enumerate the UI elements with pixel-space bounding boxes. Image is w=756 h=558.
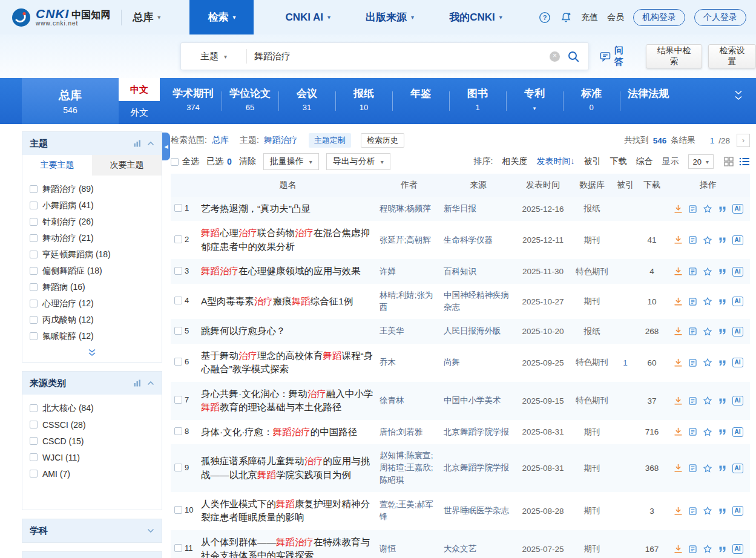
ai-icon[interactable]: AI (732, 327, 743, 336)
nav-search[interactable]: 检索▾ (189, 0, 254, 34)
db-tab-报纸[interactable]: 报纸10 (335, 78, 392, 124)
download-icon[interactable] (674, 464, 683, 473)
topic-filter-item[interactable]: 心理治疗 (12) (30, 295, 154, 312)
row-checkbox[interactable] (174, 327, 182, 335)
db-tab-total[interactable]: 总库 546 (22, 78, 119, 124)
topic-value-link[interactable]: 舞蹈治疗 (264, 135, 298, 146)
tab-secondary-topic[interactable]: 次要主题 (92, 155, 162, 176)
result-title-link[interactable]: 舞蹈心理治疗联合药物治疗在混合焦虑抑郁症患者中的效果分析 (201, 228, 370, 251)
result-cited-count[interactable] (613, 197, 637, 221)
source-filter-item[interactable]: CSSCI (28) (30, 416, 154, 433)
result-download-count[interactable]: 41 (637, 221, 666, 259)
ai-icon[interactable]: AI (732, 358, 743, 367)
html-read-icon[interactable] (688, 545, 697, 554)
html-read-icon[interactable] (688, 205, 697, 214)
source-filter-item[interactable]: 北大核心 (84) (30, 400, 154, 416)
subject-section-header[interactable]: 学科 (22, 519, 162, 542)
result-title-link[interactable]: 舞蹈治疗在心理健康领域的应用与效果 (201, 266, 361, 276)
row-checkbox[interactable] (174, 267, 182, 275)
search-settings-button[interactable]: 检索设置 (708, 44, 756, 68)
sort-overall[interactable]: 综合 (636, 156, 653, 167)
result-download-count[interactable]: 268 (637, 319, 666, 343)
nav-my-cnki[interactable]: 我的CNKI▾ (449, 10, 502, 24)
result-title-link[interactable]: 基于舞动治疗理念的高校体育舞蹈课程“身心融合”教学模式探索 (201, 350, 373, 374)
lang-tab-foreign[interactable]: 外文 (119, 101, 160, 124)
grid-view-icon[interactable] (724, 157, 734, 166)
checkbox[interactable] (30, 332, 38, 340)
result-source[interactable]: 百科知识 (441, 259, 515, 283)
result-source[interactable]: 人民日报海外版 (441, 319, 515, 343)
db-tab-年鉴[interactable]: 年鉴 (392, 78, 449, 124)
db-tab-会议[interactable]: 会议31 (278, 78, 335, 124)
cite-quote-icon[interactable] (718, 396, 727, 405)
chevron-down-icon[interactable] (147, 528, 154, 533)
checkbox[interactable] (30, 234, 38, 242)
sort-bars-icon[interactable] (134, 379, 142, 387)
expand-more-icon[interactable] (22, 347, 162, 362)
ai-icon[interactable]: AI (732, 235, 743, 245)
result-authors[interactable]: 林晴;利婧;张为西 (377, 284, 441, 320)
nav-cnki-ai[interactable]: CNKI AI▾ (285, 11, 330, 24)
topic-filter-item[interactable]: 小舞蹈病 (41) (30, 197, 154, 214)
clear-selection[interactable]: 清除 (239, 156, 256, 167)
download-icon[interactable] (674, 507, 683, 516)
result-download-count[interactable]: 716 (637, 420, 666, 444)
scope-value-link[interactable]: 总库 (212, 135, 229, 146)
result-source[interactable]: 北京舞蹈学院学报 (441, 444, 515, 492)
result-source[interactable]: 世界睡眠医学杂志 (441, 492, 515, 530)
cite-quote-icon[interactable] (718, 327, 727, 336)
result-cited-count[interactable] (613, 284, 637, 320)
result-authors[interactable]: 谢恒 (377, 530, 441, 558)
db-tab-法律法规[interactable]: 法律法规 (620, 78, 677, 124)
html-read-icon[interactable] (688, 396, 697, 405)
result-authors[interactable]: 乔木 (377, 344, 441, 382)
row-checkbox[interactable] (174, 297, 182, 304)
source-filter-item[interactable]: AMI (7) (30, 465, 154, 482)
result-cited-count[interactable] (613, 530, 637, 558)
html-read-icon[interactable] (688, 358, 697, 367)
result-source[interactable]: 新华日报 (441, 197, 515, 221)
ai-icon[interactable]: AI (732, 544, 743, 554)
chevron-up-icon[interactable] (147, 381, 154, 386)
result-cited-count[interactable] (613, 259, 637, 283)
result-cited-count[interactable] (613, 382, 637, 420)
download-icon[interactable] (674, 235, 683, 245)
cnki-logo[interactable]: CNKI 中国知网 www.cnki.net (11, 7, 110, 28)
topic-filter-item[interactable]: 氟哌啶醇 (12) (30, 328, 154, 344)
result-download-count[interactable] (637, 197, 666, 221)
result-authors[interactable]: 程晓琳;杨频萍 (377, 197, 441, 221)
favorite-star-icon[interactable] (703, 544, 712, 554)
list-view-icon[interactable] (739, 157, 750, 166)
result-title-link[interactable]: 孤独症谱系障碍儿童舞动治疗的应用与挑战——以北京舞蹈学院实践项目为例 (201, 456, 370, 479)
topic-filter-item[interactable]: 亨廷顿舞蹈病 (18) (30, 246, 154, 263)
cite-quote-icon[interactable] (718, 297, 727, 306)
batch-actions-dropdown[interactable]: 批量操作 ▾ (263, 153, 319, 170)
result-title-link[interactable]: 人类作业模式下的舞蹈康复护理对精神分裂症患者睡眠质量的影响 (201, 499, 370, 522)
db-tab-专利[interactable]: 专利 ▾ (506, 78, 563, 124)
checkbox[interactable] (30, 316, 38, 324)
result-title-link[interactable]: 身心共舞·文化润心：舞动治疗融入中小学舞蹈教育的理论基础与本土化路径 (201, 389, 373, 412)
row-checkbox[interactable] (174, 235, 182, 243)
db-tab-学位论文[interactable]: 学位论文65 (222, 78, 278, 124)
result-authors[interactable]: 萱乾;王美;郝军锋 (377, 492, 441, 530)
sort-download[interactable]: 下载 (610, 156, 627, 167)
result-title-link[interactable]: 跳舞何以疗愈身心？ (201, 326, 286, 336)
result-title-link[interactable]: 身体·文化·疗愈：舞蹈治疗的中国路径 (201, 427, 357, 437)
result-download-count[interactable]: 10 (637, 284, 666, 320)
html-read-icon[interactable] (688, 464, 697, 473)
row-checkbox[interactable] (174, 506, 182, 514)
favorite-star-icon[interactable] (703, 267, 712, 277)
download-icon[interactable] (674, 297, 683, 306)
checkbox[interactable] (30, 404, 38, 412)
row-checkbox[interactable] (174, 396, 182, 404)
topic-filter-item[interactable]: 针刺治疗 (26) (30, 214, 154, 230)
result-authors[interactable]: 徐青林 (377, 382, 441, 420)
db-tab-学术期刊[interactable]: 学术期刊374 (165, 78, 222, 124)
download-icon[interactable] (674, 396, 683, 405)
page-size-dropdown[interactable]: 20 ▾ (688, 154, 714, 169)
download-icon[interactable] (674, 358, 683, 367)
cite-quote-icon[interactable] (718, 358, 727, 367)
checkbox[interactable] (30, 470, 38, 478)
cite-quote-icon[interactable] (718, 235, 727, 245)
download-icon[interactable] (674, 267, 683, 276)
